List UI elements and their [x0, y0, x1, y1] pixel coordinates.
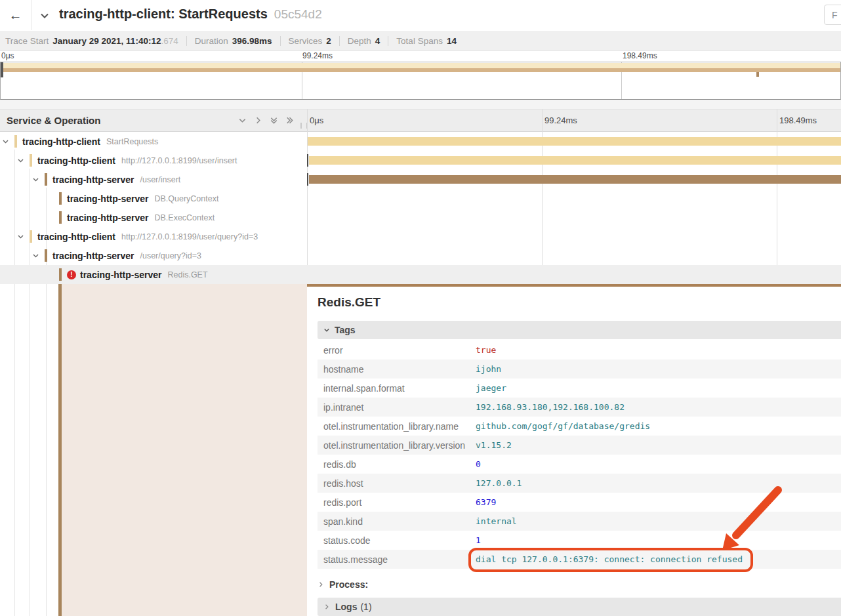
tag-value: true [476, 345, 496, 355]
stat-total-spans: Total Spans 14 [388, 36, 464, 46]
minimap-canvas[interactable] [0, 62, 841, 100]
span-detail-panel: Redis.GET Tags errortrue hostnameijohn i… [307, 287, 841, 616]
find-input[interactable]: F [824, 5, 841, 25]
timeline-column-header: Service & Operation 0μs 99.24ms 198.49ms [0, 109, 841, 132]
tag-value: dial tcp 127.0.0.1:6379: connect: connec… [476, 554, 743, 564]
chevron-down-icon[interactable] [32, 252, 39, 259]
tag-value: v1.15.2 [476, 440, 512, 450]
stat-duration: Duration 396.98ms [186, 36, 280, 46]
span-service: tracing-http-client [37, 155, 115, 166]
span-operation: http://127.0.0.1:8199/user/insert [121, 156, 237, 165]
tag-key: span.kind [318, 516, 476, 527]
double-chevron-down-icon [270, 116, 278, 125]
trace-name: tracing-http-client: StartRequests [59, 7, 268, 21]
chevron-down-icon[interactable] [17, 233, 24, 240]
stat-value: 396.98ms [232, 36, 272, 46]
tag-row-redis-host: redis.host127.0.0.1 [318, 474, 841, 493]
expand-one-button[interactable] [254, 116, 262, 125]
tag-key: otel.instrumentation_library.version [318, 440, 476, 451]
stat-trace-start: Trace Start January 29 2021, 11:40:12 .6… [5, 36, 186, 46]
minimap-scrubber-handle[interactable] [1, 62, 3, 77]
span-service: tracing-http-server [67, 194, 148, 204]
minimap-tick-0: 0μs [1, 51, 14, 60]
tag-value: jaeger [476, 383, 506, 393]
span-row-user-insert-client[interactable]: tracing-http-clienthttp://127.0.0.1:8199… [0, 151, 841, 170]
tag-row-error: errortrue [318, 340, 841, 359]
span-row-user-insert-server[interactable]: tracing-http-server/user/insert [0, 170, 841, 189]
span-row-start-requests[interactable]: tracing-http-clientStartRequests [0, 132, 841, 151]
tag-key: internal.span.format [318, 383, 476, 394]
tag-key: status.message [318, 554, 476, 565]
top-bar: ← tracing-http-client: StartRequests05c5… [0, 0, 841, 31]
tags-header-label: Tags [335, 325, 356, 335]
span-row-db-query-context[interactable]: tracing-http-serverDB.QueryContext [0, 189, 841, 208]
tag-value: internal [476, 516, 517, 526]
collapse-one-button[interactable] [238, 116, 247, 125]
expand-all-button[interactable] [285, 116, 294, 125]
minimap-error-span-mark [756, 72, 759, 77]
collapse-all-button[interactable] [270, 116, 278, 125]
chevron-down-icon [323, 327, 330, 333]
logs-accordion-header[interactable]: Logs (1) [318, 598, 841, 616]
tag-key: error [318, 345, 476, 356]
tag-row-status-code: status.code1 [318, 531, 841, 550]
chevron-down-icon[interactable] [2, 138, 9, 145]
jaeger-trace-page: ← tracing-http-client: StartRequests05c5… [0, 0, 841, 616]
span-operation: /user/query?id=3 [140, 251, 201, 260]
timeline-tick-1: 99.24ms [544, 115, 577, 125]
process-header-label: Process: [329, 579, 368, 590]
span-operation: http://127.0.0.1:8199/user/query?id=3 [121, 232, 258, 241]
tag-value: 6379 [476, 497, 496, 507]
process-accordion-header[interactable]: Process: [318, 576, 368, 593]
span-color-strip [45, 173, 47, 186]
chevron-down-icon[interactable] [17, 157, 24, 164]
stat-label: Services [289, 36, 323, 46]
span-service: tracing-http-server [52, 251, 134, 261]
stat-label: Trace Start [5, 36, 49, 46]
span-bar[interactable] [308, 137, 841, 146]
span-color-strip [14, 135, 17, 148]
chevron-down-icon [39, 10, 50, 21]
span-bar[interactable] [309, 156, 841, 165]
tag-value: 1 [476, 535, 481, 545]
span-color-strip [59, 211, 62, 224]
span-row-db-exec-context[interactable]: tracing-http-serverDB.ExecContext [0, 208, 841, 227]
span-bar[interactable] [309, 175, 841, 184]
span-row-user-query-server[interactable]: tracing-http-server/user/query?id=3 [0, 246, 841, 265]
span-row-redis-get[interactable]: ! tracing-http-server Redis.GET [0, 265, 841, 284]
tag-row-redis-db: redis.db0 [318, 455, 841, 474]
stat-value: 2 [326, 36, 331, 46]
span-rows: tracing-http-clientStartRequests tracing… [0, 132, 841, 284]
logs-count: (1) [360, 602, 371, 612]
chevron-right-icon [254, 116, 262, 125]
tag-row-ip-intranet: ip.intranet192.168.93.180,192.168.100.82 [318, 398, 841, 417]
detail-title: Redis.GET [318, 295, 380, 310]
trace-stats-bar: Trace Start January 29 2021, 11:40:12 .6… [0, 31, 841, 51]
tag-row-redis-port: redis.port6379 [318, 493, 841, 512]
span-service: tracing-http-server [67, 213, 148, 223]
tag-key: status.code [318, 535, 476, 546]
stat-value: 4 [375, 36, 380, 46]
stat-depth: Depth 4 [339, 36, 388, 46]
stat-label: Depth [348, 36, 371, 46]
tag-value: ijohn [476, 364, 501, 374]
tag-key: hostname [318, 364, 476, 375]
tag-value: 0 [476, 459, 481, 469]
tag-row-otel-lib-version: otel.instrumentation_library.versionv1.1… [318, 436, 841, 455]
stat-value: 14 [447, 36, 457, 46]
tree-controls [238, 116, 294, 125]
tag-row-span-kind: span.kindinternal [318, 512, 841, 531]
back-button[interactable]: ← [0, 0, 31, 30]
tag-key: ip.intranet [318, 402, 476, 413]
minimap-tick-labels: 0μs 99.24ms 198.49ms [0, 51, 841, 62]
chevron-down-icon[interactable] [32, 176, 39, 183]
span-row-user-query-client[interactable]: tracing-http-clienthttp://127.0.0.1:8199… [0, 227, 841, 246]
column-resizer-grip[interactable] [300, 123, 308, 129]
tag-row-span-format: internal.span.formatjaeger [318, 379, 841, 398]
trace-collapse-toggle[interactable] [39, 10, 50, 21]
tags-accordion-header[interactable]: Tags [318, 321, 841, 339]
span-color-strip [59, 268, 62, 281]
span-service: tracing-http-client [37, 232, 115, 242]
spacer [0, 100, 841, 109]
span-service: tracing-http-client [22, 136, 100, 147]
